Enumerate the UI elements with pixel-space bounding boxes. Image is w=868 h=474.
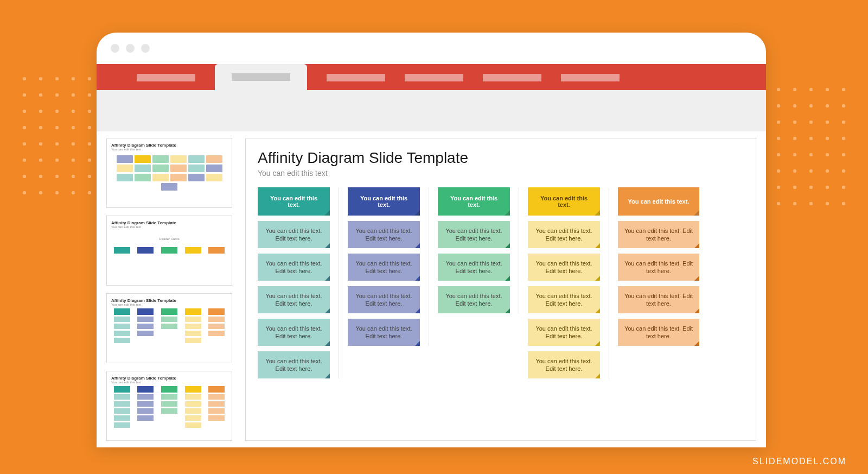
affinity-card[interactable]: You can edit this text. Edit text here.	[438, 286, 510, 313]
slide-canvas[interactable]: Affinity Diagram Slide Template You can …	[245, 138, 756, 441]
window-dot-icon	[111, 44, 119, 53]
ribbon-tab-active[interactable]	[215, 64, 307, 90]
column-header-card[interactable]: You can edit this text.	[618, 187, 699, 216]
affinity-card[interactable]: You can edit this text. Edit text here.	[528, 221, 600, 248]
slide-thumbnail[interactable]: Affinity Diagram Slide Template You can …	[106, 138, 232, 208]
column-header-card[interactable]: You can edit this text.	[348, 187, 420, 216]
thumb-title: Affinity Diagram Slide Template	[111, 298, 227, 303]
thumb-preview	[111, 386, 227, 428]
thumb-title: Affinity Diagram Slide Template	[111, 376, 227, 381]
thumb-title: Affinity Diagram Slide Template	[111, 143, 227, 148]
thumb-preview	[111, 247, 227, 254]
thumb-title: Affinity Diagram Slide Template	[111, 220, 227, 225]
window-dot-icon	[141, 44, 150, 53]
affinity-card[interactable]: You can edit this text. Edit text here.	[438, 254, 510, 281]
window-dot-icon	[126, 44, 135, 53]
ribbon-tab[interactable]	[137, 74, 195, 81]
slide-thumbnail[interactable]: Affinity Diagram Slide Template You can …	[106, 371, 232, 441]
browser-window: Affinity Diagram Slide Template You can …	[97, 33, 766, 447]
affinity-card[interactable]: You can edit this text. Edit text here.	[618, 319, 699, 346]
affinity-column: You can edit this text.You can edit this…	[528, 187, 609, 378]
slide-subtitle[interactable]: You can edit this text	[258, 169, 744, 178]
affinity-card[interactable]: You can edit this text. Edit text here.	[618, 254, 699, 281]
affinity-column: You can edit this text.You can edit this…	[258, 187, 339, 378]
affinity-card[interactable]: You can edit this text. Edit text here.	[348, 319, 420, 346]
affinity-columns: You can edit this text.You can edit this…	[258, 187, 744, 378]
thumb-subtitle: You can edit this text	[111, 303, 227, 306]
ribbon-tab[interactable]	[405, 74, 463, 81]
ribbon-tabs	[97, 64, 766, 90]
affinity-card[interactable]: You can edit this text. Edit text here.	[618, 221, 699, 248]
affinity-card[interactable]: You can edit this text. Edit text here.	[258, 286, 330, 313]
ribbon-tab[interactable]	[327, 74, 385, 81]
thumb-subtitle: You can edit this text	[111, 381, 227, 384]
affinity-card[interactable]: You can edit this text. Edit text here.	[258, 221, 330, 248]
affinity-card[interactable]: You can edit this text. Edit text here.	[348, 221, 420, 248]
ribbon-tab[interactable]	[483, 74, 541, 81]
slide-thumbnail[interactable]: Affinity Diagram Slide Template You can …	[106, 216, 232, 286]
thumb-preview	[111, 153, 227, 193]
affinity-card[interactable]: You can edit this text. Edit text here.	[528, 319, 600, 346]
affinity-card[interactable]: You can edit this text. Edit text here.	[438, 221, 510, 248]
window-titlebar	[97, 33, 766, 64]
workspace: Affinity Diagram Slide Template You can …	[97, 131, 766, 447]
affinity-card[interactable]: You can edit this text. Edit text here.	[618, 286, 699, 313]
column-header-card[interactable]: You can edit this text.	[258, 187, 330, 216]
affinity-card[interactable]: You can edit this text. Edit text here.	[348, 254, 420, 281]
thumb-label: Header Cards	[111, 237, 227, 241]
affinity-column: You can edit this text.You can edit this…	[438, 187, 519, 313]
thumb-subtitle: You can edit this text	[111, 225, 227, 229]
slide-title[interactable]: Affinity Diagram Slide Template	[258, 149, 744, 167]
thumb-subtitle: You can edit this text	[111, 148, 227, 151]
thumb-preview	[111, 308, 227, 343]
affinity-card[interactable]: You can edit this text. Edit text here.	[528, 254, 600, 281]
affinity-column: You can edit this text.You can edit this…	[618, 187, 699, 346]
watermark: SLIDEMODEL.COM	[752, 457, 846, 466]
affinity-card[interactable]: You can edit this text. Edit text here.	[528, 351, 600, 378]
affinity-card[interactable]: You can edit this text. Edit text here.	[528, 286, 600, 313]
affinity-card[interactable]: You can edit this text. Edit text here.	[258, 254, 330, 281]
ribbon-tab[interactable]	[561, 74, 620, 81]
slide-thumbnails: Affinity Diagram Slide Template You can …	[106, 138, 232, 441]
affinity-card[interactable]: You can edit this text. Edit text here.	[258, 319, 330, 346]
affinity-card[interactable]: You can edit this text. Edit text here.	[258, 351, 330, 378]
affinity-column: You can edit this text.You can edit this…	[348, 187, 429, 346]
column-header-card[interactable]: You can edit this text.	[438, 187, 510, 216]
affinity-card[interactable]: You can edit this text. Edit text here.	[348, 286, 420, 313]
slide-thumbnail[interactable]: Affinity Diagram Slide Template You can …	[106, 293, 232, 363]
ribbon-toolbar	[97, 90, 766, 131]
column-header-card[interactable]: You can edit this text.	[528, 187, 600, 216]
